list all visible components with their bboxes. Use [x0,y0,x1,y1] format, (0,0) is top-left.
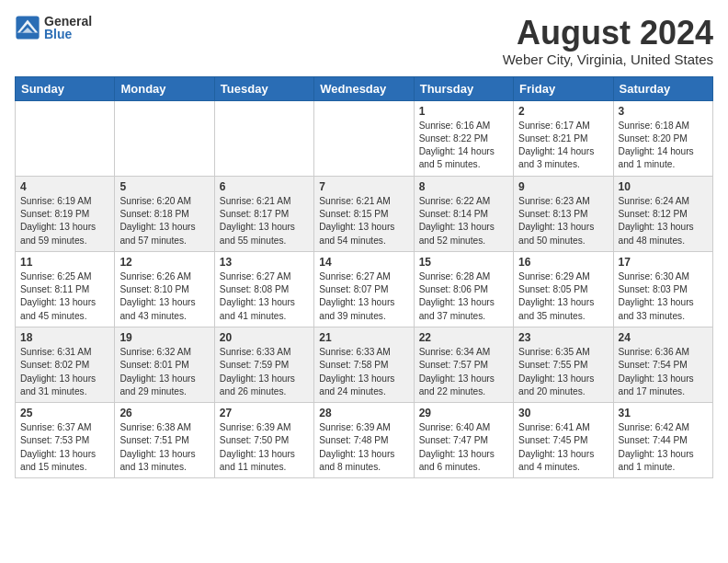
day-info: Sunrise: 6:31 AM Sunset: 8:02 PM Dayligh… [20,346,109,398]
calendar-cell: 15Sunrise: 6:28 AM Sunset: 8:06 PM Dayli… [414,251,513,327]
day-number: 1 [419,105,508,118]
calendar-cell: 2Sunrise: 6:17 AM Sunset: 8:21 PM Daylig… [514,100,613,176]
calendar-cell: 21Sunrise: 6:33 AM Sunset: 7:58 PM Dayli… [314,327,414,402]
day-info: Sunrise: 6:30 AM Sunset: 8:03 PM Dayligh… [619,270,708,323]
calendar-cell: 3Sunrise: 6:18 AM Sunset: 8:20 PM Daylig… [613,100,712,176]
calendar-cell: 11Sunrise: 6:25 AM Sunset: 8:11 PM Dayli… [16,251,115,327]
calendar-week-1: 1Sunrise: 6:16 AM Sunset: 8:22 PM Daylig… [16,100,713,176]
logo-icon [15,15,40,40]
calendar-cell: 29Sunrise: 6:40 AM Sunset: 7:47 PM Dayli… [414,403,513,478]
day-info: Sunrise: 6:18 AM Sunset: 8:20 PM Dayligh… [619,120,708,172]
day-number: 31 [619,407,708,419]
calendar-cell: 20Sunrise: 6:33 AM Sunset: 7:59 PM Dayli… [214,327,313,402]
day-info: Sunrise: 6:32 AM Sunset: 8:01 PM Dayligh… [119,346,209,398]
col-saturday: Saturday [613,76,712,100]
day-number: 25 [20,407,109,419]
day-info: Sunrise: 6:21 AM Sunset: 8:17 PM Dayligh… [220,195,309,247]
subtitle: Weber City, Virginia, United States [503,52,713,67]
day-info: Sunrise: 6:38 AM Sunset: 7:51 PM Dayligh… [119,421,209,474]
col-sunday: Sunday [16,76,115,100]
day-info: Sunrise: 6:27 AM Sunset: 8:08 PM Dayligh… [220,270,309,323]
col-tuesday: Tuesday [214,76,313,100]
day-number: 28 [319,407,408,419]
day-number: 10 [619,180,708,193]
day-info: Sunrise: 6:33 AM Sunset: 7:59 PM Dayligh… [220,346,309,398]
main-title: August 2024 [503,15,713,52]
calendar-cell: 8Sunrise: 6:22 AM Sunset: 8:14 PM Daylig… [414,176,513,251]
day-info: Sunrise: 6:33 AM Sunset: 7:58 PM Dayligh… [319,346,408,398]
calendar: Sunday Monday Tuesday Wednesday Thursday… [15,76,713,479]
calendar-cell: 16Sunrise: 6:29 AM Sunset: 8:05 PM Dayli… [514,251,613,327]
calendar-cell: 4Sunrise: 6:19 AM Sunset: 8:19 PM Daylig… [16,176,115,251]
day-info: Sunrise: 6:41 AM Sunset: 7:45 PM Dayligh… [518,421,608,474]
day-number: 24 [619,331,708,344]
day-number: 13 [220,256,309,269]
day-number: 8 [419,180,508,193]
day-info: Sunrise: 6:35 AM Sunset: 7:55 PM Dayligh… [518,346,608,398]
calendar-cell [314,100,414,176]
calendar-cell: 6Sunrise: 6:21 AM Sunset: 8:17 PM Daylig… [214,176,313,251]
day-number: 2 [518,105,608,118]
day-info: Sunrise: 6:17 AM Sunset: 8:21 PM Dayligh… [518,120,608,172]
calendar-week-4: 18Sunrise: 6:31 AM Sunset: 8:02 PM Dayli… [16,327,713,402]
day-number: 7 [319,180,408,193]
day-number: 11 [20,256,109,269]
col-wednesday: Wednesday [314,76,414,100]
day-info: Sunrise: 6:36 AM Sunset: 7:54 PM Dayligh… [619,346,708,398]
day-info: Sunrise: 6:25 AM Sunset: 8:11 PM Dayligh… [20,270,109,323]
calendar-cell: 27Sunrise: 6:39 AM Sunset: 7:50 PM Dayli… [214,403,313,478]
day-number: 9 [518,180,608,193]
day-number: 20 [220,331,309,344]
day-number: 23 [518,331,608,344]
calendar-cell: 18Sunrise: 6:31 AM Sunset: 8:02 PM Dayli… [16,327,115,402]
calendar-cell: 9Sunrise: 6:23 AM Sunset: 8:13 PM Daylig… [514,176,613,251]
day-info: Sunrise: 6:39 AM Sunset: 7:50 PM Dayligh… [220,421,309,474]
day-number: 16 [518,256,608,269]
logo-text: General Blue [44,15,92,40]
day-number: 21 [319,331,408,344]
day-info: Sunrise: 6:34 AM Sunset: 7:57 PM Dayligh… [419,346,508,398]
day-info: Sunrise: 6:28 AM Sunset: 8:06 PM Dayligh… [419,270,508,323]
title-block: August 2024 Weber City, Virginia, United… [503,15,713,67]
calendar-cell: 17Sunrise: 6:30 AM Sunset: 8:03 PM Dayli… [613,251,712,327]
calendar-cell: 25Sunrise: 6:37 AM Sunset: 7:53 PM Dayli… [16,403,115,478]
day-info: Sunrise: 6:21 AM Sunset: 8:15 PM Dayligh… [319,195,408,247]
day-info: Sunrise: 6:24 AM Sunset: 8:12 PM Dayligh… [619,195,708,247]
day-number: 5 [119,180,209,193]
calendar-cell: 12Sunrise: 6:26 AM Sunset: 8:10 PM Dayli… [115,251,214,327]
day-number: 14 [319,256,408,269]
day-number: 27 [220,407,309,419]
col-monday: Monday [115,76,214,100]
calendar-cell: 22Sunrise: 6:34 AM Sunset: 7:57 PM Dayli… [414,327,513,402]
calendar-cell: 26Sunrise: 6:38 AM Sunset: 7:51 PM Dayli… [115,403,214,478]
header: General Blue August 2024 Weber City, Vir… [15,15,713,67]
day-info: Sunrise: 6:42 AM Sunset: 7:44 PM Dayligh… [619,421,708,474]
calendar-cell: 14Sunrise: 6:27 AM Sunset: 8:07 PM Dayli… [314,251,414,327]
calendar-cell: 13Sunrise: 6:27 AM Sunset: 8:08 PM Dayli… [214,251,313,327]
logo-blue-label: Blue [44,28,92,40]
calendar-cell: 23Sunrise: 6:35 AM Sunset: 7:55 PM Dayli… [514,327,613,402]
calendar-cell: 28Sunrise: 6:39 AM Sunset: 7:48 PM Dayli… [314,403,414,478]
day-number: 3 [619,105,708,118]
calendar-cell [115,100,214,176]
logo: General Blue [15,15,92,40]
day-number: 15 [419,256,508,269]
calendar-cell: 7Sunrise: 6:21 AM Sunset: 8:15 PM Daylig… [314,176,414,251]
calendar-cell: 10Sunrise: 6:24 AM Sunset: 8:12 PM Dayli… [613,176,712,251]
day-number: 26 [119,407,209,419]
col-thursday: Thursday [414,76,513,100]
col-friday: Friday [514,76,613,100]
calendar-cell: 19Sunrise: 6:32 AM Sunset: 8:01 PM Dayli… [115,327,214,402]
calendar-week-2: 4Sunrise: 6:19 AM Sunset: 8:19 PM Daylig… [16,176,713,251]
calendar-week-3: 11Sunrise: 6:25 AM Sunset: 8:11 PM Dayli… [16,251,713,327]
day-number: 12 [119,256,209,269]
day-info: Sunrise: 6:37 AM Sunset: 7:53 PM Dayligh… [20,421,109,474]
day-number: 6 [220,180,309,193]
calendar-cell: 30Sunrise: 6:41 AM Sunset: 7:45 PM Dayli… [514,403,613,478]
day-number: 17 [619,256,708,269]
day-info: Sunrise: 6:19 AM Sunset: 8:19 PM Dayligh… [20,195,109,247]
day-number: 30 [518,407,608,419]
day-info: Sunrise: 6:29 AM Sunset: 8:05 PM Dayligh… [518,270,608,323]
calendar-cell: 24Sunrise: 6:36 AM Sunset: 7:54 PM Dayli… [613,327,712,402]
day-number: 22 [419,331,508,344]
